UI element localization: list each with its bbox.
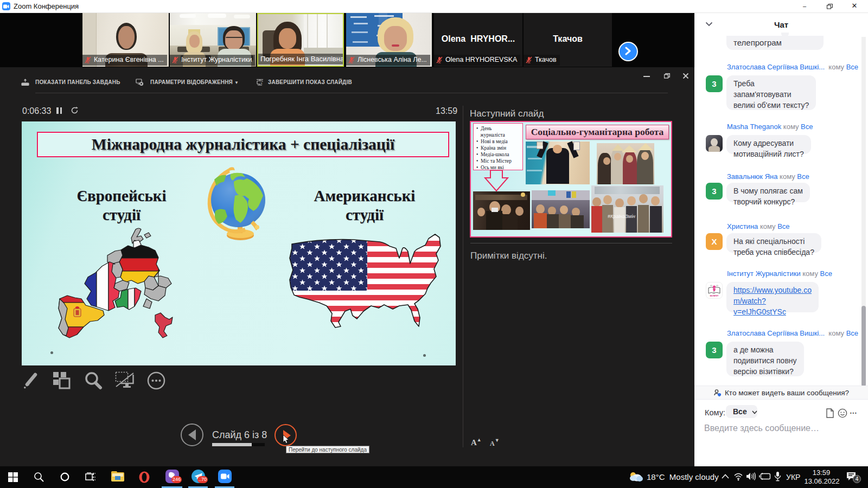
svg-text:x: x [261,81,263,85]
svg-text:ІНСТИТУТ: ІНСТИТУТ [710,295,719,297]
